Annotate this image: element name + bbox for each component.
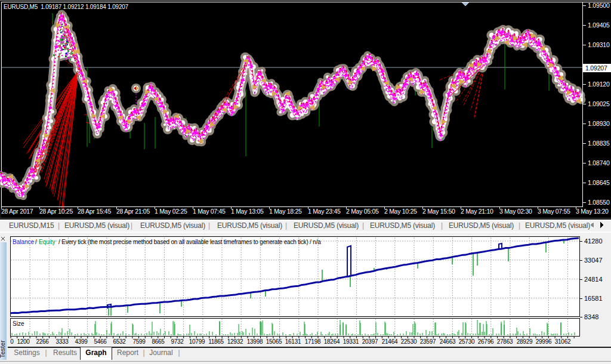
svg-text:1200: 1200 — [17, 338, 30, 345]
svg-text:24663: 24663 — [440, 338, 456, 345]
svg-text:41280: 41280 — [584, 237, 603, 245]
svg-text:EURUSD,M5 (visual): EURUSD,M5 (visual) — [449, 221, 514, 230]
svg-text:|: | — [208, 221, 210, 230]
svg-text:1.08740: 1.08740 — [588, 159, 610, 166]
svg-text:EURUSD,M5 1.09187 1.09212 1.0: EURUSD,M5 1.09187 1.09212 1.09184 1.0920… — [4, 4, 129, 10]
svg-text:|: | — [362, 221, 364, 230]
svg-text:|: | — [178, 348, 180, 357]
svg-text:1.08930: 1.08930 — [588, 120, 610, 127]
svg-text:10799: 10799 — [189, 338, 205, 345]
svg-text:|: | — [45, 348, 47, 357]
svg-text:|: | — [285, 221, 287, 230]
svg-text:3 May 07:55: 3 May 07:55 — [538, 208, 570, 215]
svg-text:Balance: Balance — [13, 239, 35, 245]
svg-text:8348: 8348 — [584, 313, 598, 320]
svg-text:11865: 11865 — [208, 338, 224, 345]
svg-text:1.08550: 1.08550 — [588, 199, 610, 206]
svg-text:1.09025: 1.09025 — [588, 100, 610, 107]
svg-text:3333: 3333 — [55, 338, 69, 345]
svg-text:EURUSD,M5 (visual): EURUSD,M5 (visual) — [294, 221, 359, 230]
svg-text:2 May 21:10: 2 May 21:10 — [461, 208, 493, 215]
svg-text:1 May 02:25: 1 May 02:25 — [155, 208, 187, 215]
svg-text:1.09120: 1.09120 — [588, 81, 610, 88]
svg-text:27863: 27863 — [497, 338, 513, 345]
svg-text:15065: 15065 — [266, 338, 282, 345]
svg-text:1 May 23:45: 1 May 23:45 — [308, 208, 341, 215]
svg-text:16581: 16581 — [584, 295, 603, 302]
svg-text:Graph: Graph — [85, 348, 106, 357]
svg-text:1.09207: 1.09207 — [585, 64, 607, 72]
svg-text:|: | — [441, 221, 443, 230]
svg-text:3 May 02:30: 3 May 02:30 — [499, 208, 532, 215]
svg-text:1.08645: 1.08645 — [588, 179, 610, 186]
svg-text:26796: 26796 — [478, 338, 494, 345]
svg-text:1.09405: 1.09405 — [588, 21, 610, 29]
svg-text:|: | — [58, 221, 60, 230]
svg-text:|: | — [519, 221, 520, 230]
svg-text:Size: Size — [13, 320, 24, 327]
svg-text:1 May 18:25: 1 May 18:25 — [269, 208, 302, 215]
svg-text:1.08835: 1.08835 — [588, 140, 610, 147]
svg-text:17198: 17198 — [305, 338, 321, 345]
svg-text:EURUSD,M5 (visual): EURUSD,M5 (visual) — [525, 221, 590, 230]
svg-text:|: | — [131, 221, 132, 230]
svg-text:20397: 20397 — [362, 338, 378, 345]
svg-text:2266: 2266 — [36, 338, 49, 345]
svg-text:2 May 05:05: 2 May 05:05 — [346, 208, 379, 215]
svg-text:24814: 24814 — [584, 276, 603, 283]
svg-text:22530: 22530 — [401, 338, 417, 345]
svg-text:EURUSD,M15: EURUSD,M15 — [9, 221, 54, 230]
svg-text:13998: 13998 — [247, 338, 263, 345]
svg-text:18264: 18264 — [324, 338, 340, 345]
svg-text:28 Apr 21:05: 28 Apr 21:05 — [116, 208, 150, 215]
svg-text:16131: 16131 — [285, 338, 301, 345]
svg-text:Settings: Settings — [14, 348, 39, 357]
svg-text:28 Apr 10:25: 28 Apr 10:25 — [39, 208, 73, 215]
svg-text:1.09500: 1.09500 — [588, 2, 610, 9]
svg-text:EURUSD,M5 (visual): EURUSD,M5 (visual) — [140, 221, 205, 230]
svg-text:12932: 12932 — [227, 338, 243, 345]
svg-text:EURUSD,M5 (visual): EURUSD,M5 (visual) — [217, 221, 282, 230]
svg-text:1 May 13:05: 1 May 13:05 — [231, 208, 264, 215]
svg-text:1.09310: 1.09310 — [588, 41, 610, 48]
svg-text:8665: 8665 — [152, 338, 165, 345]
svg-text:2 May 10:25: 2 May 10:25 — [384, 208, 417, 215]
svg-text:/: / — [35, 239, 37, 245]
svg-text:0: 0 — [10, 338, 14, 345]
svg-text:EURUSD,M5 (visual): EURUSD,M5 (visual) — [64, 221, 129, 230]
svg-text:28929: 28929 — [517, 338, 533, 345]
svg-text:2 May 15:50: 2 May 15:50 — [422, 208, 455, 215]
svg-text:/ Every tick (the most precise: / Every tick (the most precise method ba… — [58, 239, 321, 245]
svg-text:31062: 31062 — [555, 338, 571, 345]
svg-text:3 May 13:20: 3 May 13:20 — [576, 208, 609, 215]
svg-text:1 May 07:45: 1 May 07:45 — [193, 208, 226, 215]
svg-text:Report: Report — [117, 348, 139, 357]
svg-text:Equity: Equity — [39, 239, 55, 245]
svg-text:|: | — [143, 348, 144, 357]
svg-text:6532: 6532 — [113, 338, 126, 345]
svg-text:Tester: Tester — [0, 340, 6, 358]
svg-text:23597: 23597 — [420, 338, 436, 345]
svg-text:28 Apr 2017: 28 Apr 2017 — [1, 208, 33, 215]
svg-text:7599: 7599 — [132, 338, 146, 345]
svg-text:9732: 9732 — [171, 338, 184, 345]
svg-text:29996: 29996 — [536, 338, 552, 345]
svg-text:25730: 25730 — [459, 338, 475, 345]
svg-text:4399: 4399 — [75, 338, 88, 345]
svg-text:19331: 19331 — [343, 338, 359, 345]
svg-text:5466: 5466 — [94, 338, 107, 345]
svg-text:EURUSD,M5 (visual): EURUSD,M5 (visual) — [370, 221, 435, 230]
svg-text:33047: 33047 — [584, 257, 603, 264]
svg-text:Journal: Journal — [149, 348, 172, 357]
svg-text:28 Apr 15:45: 28 Apr 15:45 — [78, 208, 111, 215]
svg-text:Results: Results — [53, 348, 77, 357]
svg-text:21464: 21464 — [382, 338, 398, 345]
